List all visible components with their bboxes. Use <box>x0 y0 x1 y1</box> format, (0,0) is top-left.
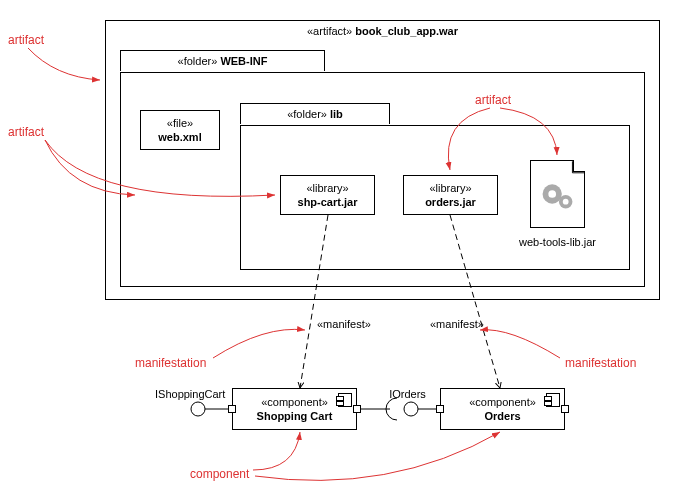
component-shopping-cart: «component» Shopping Cart <box>232 388 357 430</box>
folder-webinf-tab: «folder» WEB-INF <box>120 50 325 71</box>
svg-point-7 <box>404 402 418 416</box>
component-orders-name: Orders <box>484 410 520 422</box>
library-shpcart-name: shp-cart.jar <box>298 196 358 208</box>
port-orders-right <box>561 405 569 413</box>
svg-point-3 <box>563 199 569 205</box>
callout-manifestation-2: manifestation <box>565 356 636 370</box>
folder-lib-tab: «folder» lib <box>240 103 390 124</box>
component-shopping-stereo: «component» <box>261 396 328 408</box>
file-webxml: «file» web.xml <box>140 110 220 150</box>
artifact-main-title: «artifact» book_club_app.war <box>106 21 659 41</box>
folder-webinf-stereo: «folder» <box>178 55 218 67</box>
file-webxml-name: web.xml <box>158 131 201 143</box>
folder-lib-stereo: «folder» <box>287 108 327 120</box>
callout-component: component <box>190 467 249 481</box>
port-orders-left <box>436 405 444 413</box>
port-shopping-right <box>353 405 361 413</box>
library-orders-stereo: «library» <box>429 182 471 194</box>
iface-ishoppingcart-label: IShoppingCart <box>155 387 235 401</box>
callout-artifact-1: artifact <box>8 33 44 47</box>
file-webxml-stereo: «file» <box>167 117 193 129</box>
manifest-label-2: «manifest» <box>430 317 484 331</box>
svg-point-0 <box>543 184 562 203</box>
library-shpcart: «library» shp-cart.jar <box>280 175 375 215</box>
artifact-main-name: book_club_app.war <box>355 25 458 37</box>
component-icon <box>546 393 560 407</box>
component-orders-stereo: «component» <box>469 396 536 408</box>
library-orders: «library» orders.jar <box>403 175 498 215</box>
library-shpcart-stereo: «library» <box>306 182 348 194</box>
svg-point-5 <box>191 402 205 416</box>
library-orders-name: orders.jar <box>425 196 476 208</box>
callout-artifact-3: artifact <box>475 93 511 107</box>
svg-point-1 <box>548 190 556 198</box>
callout-artifact-2: artifact <box>8 125 44 139</box>
folder-lib-name: lib <box>330 108 343 120</box>
svg-point-2 <box>559 195 572 208</box>
component-shopping-name: Shopping Cart <box>257 410 333 422</box>
callout-manifestation-1: manifestation <box>135 356 206 370</box>
library-webtools-icon <box>530 160 585 228</box>
manifest-label-1: «manifest» <box>317 317 371 331</box>
folder-webinf-name: WEB-INF <box>220 55 267 67</box>
component-icon <box>338 393 352 407</box>
library-webtools-name: web-tools-lib.jar <box>510 235 605 249</box>
port-shopping-left <box>228 405 236 413</box>
component-orders: «component» Orders <box>440 388 565 430</box>
artifact-main-stereo: «artifact» <box>307 25 352 37</box>
iface-iorders-label: IOrders <box>380 387 435 401</box>
